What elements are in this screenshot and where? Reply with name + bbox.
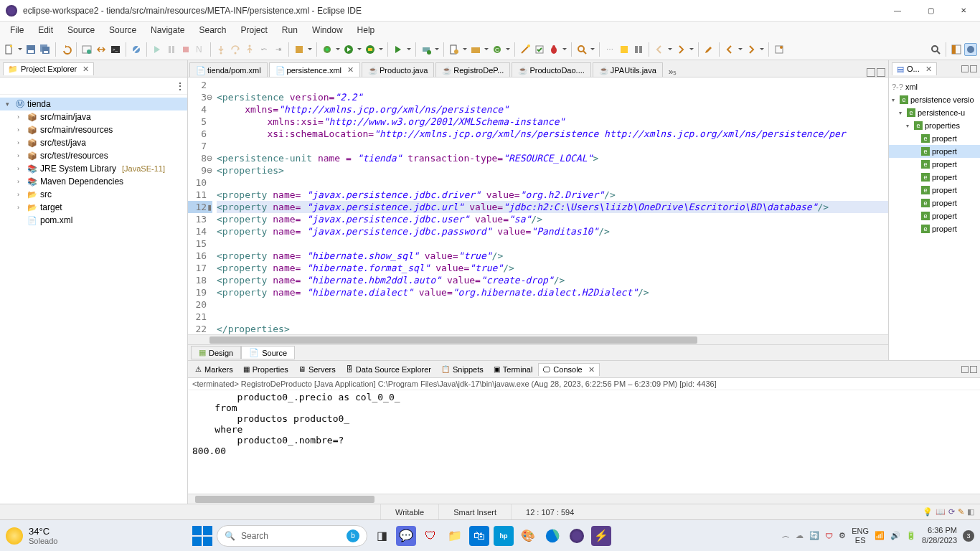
- new-class-icon[interactable]: C: [491, 43, 504, 56]
- bottom-tab-markers[interactable]: ⚠Markers: [191, 363, 237, 376]
- horizontal-scrollbar[interactable]: [188, 334, 888, 344]
- next-annotation-icon[interactable]: [745, 43, 758, 56]
- close-button[interactable]: ✕: [947, 0, 980, 22]
- search-icon[interactable]: [575, 43, 588, 56]
- bottom-tab-servers[interactable]: 🖥Servers: [294, 363, 340, 376]
- quick-access-icon[interactable]: [929, 43, 942, 56]
- back-dropdown[interactable]: [667, 43, 673, 56]
- store-icon[interactable]: 🛍: [469, 526, 489, 546]
- tip-icon[interactable]: 💡: [923, 507, 933, 517]
- outline-tab[interactable]: ▤ O... ✕: [892, 62, 937, 75]
- tree-item[interactable]: 📄pom.xml: [0, 214, 187, 227]
- outline-item[interactable]: ▾eproperties: [889, 119, 980, 132]
- minimize-view-icon[interactable]: [867, 68, 875, 77]
- editor-tab[interactable]: ☕ProductoDao....: [512, 62, 590, 77]
- new-dropdown[interactable]: [17, 43, 23, 56]
- updates-icon[interactable]: 📖: [936, 507, 946, 517]
- new-package-dropdown[interactable]: [484, 43, 489, 56]
- toggle-mark-icon[interactable]: [618, 43, 631, 56]
- menu-source1[interactable]: Source: [60, 24, 102, 37]
- new-icon[interactable]: [3, 43, 16, 56]
- menu-source2[interactable]: Source: [102, 24, 143, 37]
- menu-file[interactable]: File: [3, 24, 31, 37]
- sync-icon[interactable]: ⟳: [948, 507, 955, 517]
- mcafee-icon[interactable]: 🛡: [420, 526, 440, 546]
- pin-editor-icon[interactable]: [773, 43, 786, 56]
- security-icon[interactable]: 🛡: [825, 532, 833, 540]
- toggle-block-icon[interactable]: [632, 43, 645, 56]
- tree-item[interactable]: ›📚Maven Dependencies: [0, 175, 187, 188]
- prev-annotation-icon[interactable]: [723, 43, 736, 56]
- coverage-dropdown[interactable]: [378, 43, 384, 56]
- explorer-icon[interactable]: 📁: [445, 526, 465, 546]
- editor-tab[interactable]: ☕JPAUtils.java: [593, 62, 663, 77]
- more-tabs[interactable]: »₅: [664, 67, 682, 77]
- new-java-dropdown[interactable]: [462, 43, 468, 56]
- maximize-button[interactable]: ▢: [914, 0, 947, 22]
- prev-dropdown[interactable]: [738, 43, 743, 56]
- outline-item[interactable]: epropert: [889, 171, 980, 184]
- close-icon[interactable]: ✕: [83, 65, 89, 74]
- toggle-breadcrumb-icon[interactable]: ⋯: [603, 43, 616, 56]
- stop-icon[interactable]: [179, 43, 192, 56]
- step-into-icon[interactable]: [215, 43, 227, 56]
- save-icon[interactable]: [24, 43, 37, 56]
- tree-item[interactable]: ›📦src/test/java: [0, 136, 187, 149]
- build-icon[interactable]: [293, 43, 306, 56]
- project-explorer-tab[interactable]: 📁 Project Explorer ✕: [3, 62, 94, 75]
- outline-item[interactable]: ▾epersistence-u: [889, 106, 980, 119]
- step-filter-icon[interactable]: ⇥: [272, 43, 285, 56]
- console-scrollbar[interactable]: [188, 494, 980, 504]
- new-server-dropdown[interactable]: [434, 43, 440, 56]
- step-return-icon[interactable]: [243, 43, 256, 56]
- build-dropdown[interactable]: [307, 43, 313, 56]
- editor-tab[interactable]: ☕Producto.java: [362, 62, 434, 77]
- bottom-tab-console[interactable]: 🖵Console✕: [538, 363, 599, 376]
- forward-icon[interactable]: [674, 43, 687, 56]
- drop-frame-icon[interactable]: ⤺: [258, 43, 270, 56]
- run-last-dropdown[interactable]: [406, 43, 412, 56]
- run-icon[interactable]: [342, 43, 355, 56]
- maximize-view-icon[interactable]: [970, 366, 977, 373]
- menu-run[interactable]: Run: [275, 24, 305, 37]
- debug-icon[interactable]: [321, 43, 334, 56]
- chevron-up-icon[interactable]: ︿: [782, 530, 790, 541]
- settings-icon[interactable]: ⚙: [839, 531, 846, 540]
- pause-icon[interactable]: [165, 43, 178, 56]
- bug-dropdown[interactable]: [562, 43, 567, 56]
- bug-icon[interactable]: [547, 43, 560, 56]
- menu-search[interactable]: Search: [192, 24, 233, 37]
- notifications-icon[interactable]: 3: [963, 530, 974, 542]
- project-root[interactable]: ▾ Ⓜ tienda: [0, 98, 187, 110]
- close-icon[interactable]: ✕: [347, 65, 354, 75]
- editor-tab[interactable]: ☕RegistroDeP...: [435, 62, 510, 77]
- outline-item[interactable]: epropert: [889, 222, 980, 235]
- search-dropdown[interactable]: [590, 43, 595, 56]
- battery-icon[interactable]: 🔋: [906, 531, 916, 540]
- run-last-icon[interactable]: [392, 43, 405, 56]
- clock[interactable]: 6:36 PM 8/28/2023: [922, 526, 957, 545]
- outline-item[interactable]: epropert: [889, 184, 980, 197]
- tree-item[interactable]: ›📦src/test/resources: [0, 149, 187, 162]
- outline-item[interactable]: epropert: [889, 197, 980, 209]
- menu-edit[interactable]: Edit: [31, 24, 60, 37]
- tree-item[interactable]: ›📂src: [0, 188, 187, 201]
- wizard-icon[interactable]: [519, 43, 532, 56]
- coverage-icon[interactable]: [364, 43, 377, 56]
- new-class-dropdown[interactable]: [505, 43, 511, 56]
- onedrive-icon[interactable]: ☁: [796, 531, 804, 540]
- open-perspective-icon[interactable]: [950, 43, 963, 56]
- bottom-tab-snippets[interactable]: 📋Snippets: [437, 363, 488, 376]
- outline-item[interactable]: ▾epersistence versio: [889, 93, 980, 106]
- minimize-view-icon[interactable]: [961, 65, 969, 72]
- next-dropdown[interactable]: [759, 43, 765, 56]
- hp-icon[interactable]: hp: [494, 526, 514, 546]
- terminal-icon[interactable]: >_: [109, 43, 122, 56]
- run-dropdown[interactable]: [357, 43, 362, 56]
- start-button[interactable]: [192, 526, 212, 546]
- close-icon[interactable]: ✕: [925, 65, 932, 74]
- new-package-icon[interactable]: [469, 43, 482, 56]
- overview-icon[interactable]: ◧: [967, 507, 974, 517]
- editor-tab[interactable]: 📄tienda/pom.xml: [189, 62, 268, 77]
- forward-dropdown[interactable]: [689, 43, 694, 56]
